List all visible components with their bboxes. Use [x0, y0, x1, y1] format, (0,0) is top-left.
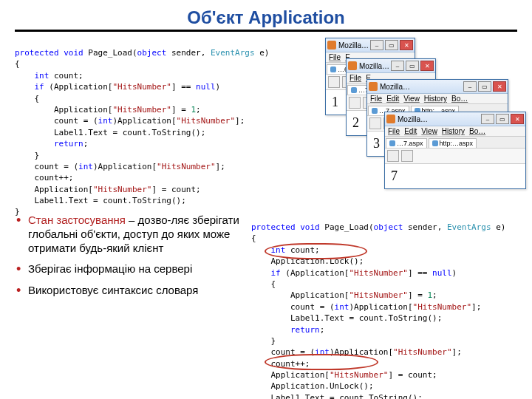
close-button[interactable]: ✕ — [511, 114, 524, 124]
menu-item[interactable]: Edit — [386, 95, 399, 103]
menu-item[interactable]: Bo… — [469, 127, 485, 135]
menu-item[interactable]: File — [349, 74, 361, 82]
window-title: Mozilla… — [359, 62, 391, 70]
menu-item[interactable]: View — [403, 95, 420, 103]
browser-window-stack: Mozilla… – ▭ ✕ FileE… …6.a 1 Mozilla… – … — [325, 38, 517, 208]
close-button[interactable]: ✕ — [400, 40, 413, 50]
browser-tab[interactable]: …7.aspx — [386, 138, 427, 148]
page-icon — [389, 140, 395, 146]
bullet-list: Стан застосування – дозво-ляє зберігати … — [15, 214, 244, 399]
slide-title: Об'єкт Application — [15, 7, 517, 28]
browser-window: Mozilla… – ▭ ✕ FileEditViewHistoryBo… …7… — [384, 112, 526, 189]
forward-button[interactable] — [401, 150, 413, 162]
firefox-icon — [369, 82, 378, 91]
close-button[interactable]: ✕ — [420, 61, 434, 71]
back-button[interactable] — [387, 150, 399, 162]
firefox-icon — [327, 41, 336, 50]
code-block-2: protected void Page_Load(object sender, … — [251, 222, 517, 399]
browser-tab[interactable]: http:…aspx — [429, 138, 477, 148]
window-titlebar: Mozilla… – ▭ ✕ — [385, 112, 525, 126]
page-icon — [351, 87, 357, 93]
toolbar — [385, 149, 525, 164]
menu-bar[interactable]: FileEditViewHistoryBo… — [367, 94, 508, 104]
list-item: Стан застосування – дозво-ляє зберігати … — [15, 214, 244, 255]
page-icon — [330, 66, 336, 72]
page-icon — [372, 108, 378, 114]
emphasis: Стан застосування — [28, 214, 126, 226]
maximize-button[interactable]: ▭ — [406, 61, 419, 71]
tab-bar: …7.aspxhttp:…aspx — [385, 137, 525, 149]
menu-item[interactable]: View — [421, 127, 437, 135]
menu-item[interactable]: File — [388, 127, 400, 135]
menu-item[interactable]: File — [370, 95, 382, 103]
window-title: Mozilla… — [380, 83, 463, 91]
back-button[interactable] — [369, 117, 381, 129]
maximize-button[interactable]: ▭ — [496, 114, 509, 124]
menu-bar[interactable]: FileEditViewHistoryBo… — [385, 126, 525, 137]
top-area: protected void Page_Load(object sender, … — [15, 38, 517, 208]
page-body: 7 — [385, 164, 525, 188]
back-button[interactable] — [328, 76, 340, 88]
close-button[interactable]: ✕ — [493, 81, 506, 92]
window-title: Mozilla… — [338, 41, 370, 50]
window-titlebar: Mozilla… – ▭ ✕ — [367, 80, 508, 94]
maximize-button[interactable]: ▭ — [478, 81, 491, 92]
page-icon — [432, 140, 438, 146]
minimize-button[interactable]: – — [391, 61, 404, 71]
back-button[interactable] — [349, 97, 361, 109]
list-item: Використовує синтаксис словаря — [15, 284, 244, 298]
window-titlebar: Mozilla… – ▭ ✕ — [347, 59, 435, 73]
menu-item[interactable]: History — [424, 95, 447, 103]
minimize-button[interactable]: – — [481, 114, 494, 124]
window-titlebar: Mozilla… – ▭ ✕ — [326, 38, 415, 52]
window-title: Mozilla… — [398, 115, 481, 123]
code-block-2-wrap: protected void Page_Load(object sender, … — [251, 214, 517, 399]
bottom-area: Стан застосування – дозво-ляє зберігати … — [15, 214, 517, 399]
minimize-button[interactable]: – — [463, 81, 477, 92]
divider — [15, 30, 517, 32]
minimize-button[interactable]: – — [370, 40, 383, 50]
maximize-button[interactable]: ▭ — [385, 40, 398, 50]
menu-item[interactable]: Bo… — [451, 95, 468, 103]
menu-item[interactable]: Edit — [404, 127, 417, 135]
firefox-icon — [386, 115, 395, 123]
menu-item[interactable]: History — [442, 127, 465, 135]
code-block-1: protected void Page_Load(object sender, … — [15, 46, 319, 200]
firefox-icon — [348, 61, 357, 70]
menu-item[interactable]: File — [329, 53, 341, 61]
list-item: Зберігає інформацію на сервері — [15, 262, 244, 276]
